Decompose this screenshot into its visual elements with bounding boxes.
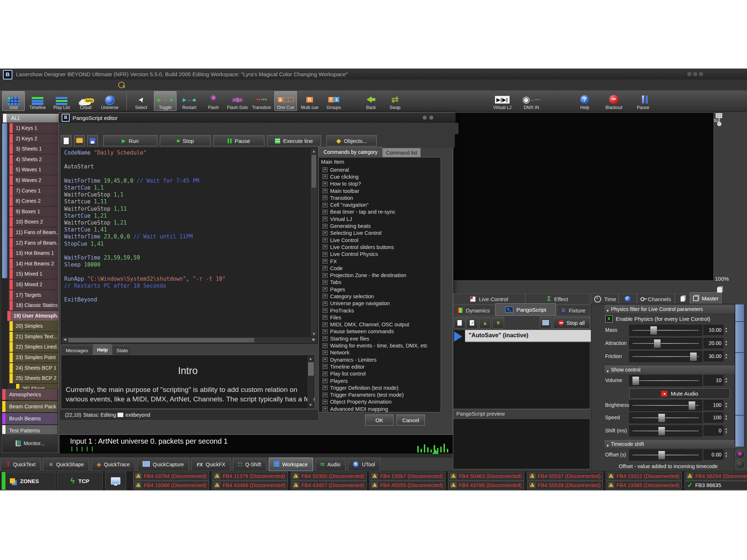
scroll-down-icon[interactable]: ▼ [307, 403, 314, 407]
language-tool-icon[interactable] [118, 82, 125, 88]
enable-physics-checkbox[interactable] [605, 315, 613, 323]
tab-help[interactable]: Help [93, 344, 112, 355]
script-slot-autosave[interactable]: "AutoSave" (inactive) [465, 330, 593, 342]
brightness-spinner[interactable] [723, 400, 730, 410]
expand-plus-icon[interactable] [323, 182, 328, 186]
command-tree-item[interactable]: Pages [323, 286, 427, 293]
pause-button[interactable]: Pause [213, 135, 264, 146]
slider-thumb[interactable] [650, 326, 657, 335]
command-tree-item[interactable]: Network [323, 349, 427, 356]
mute-audio-button[interactable]: Mute Audio [629, 388, 730, 399]
attraction-spinner[interactable] [723, 338, 730, 348]
toolbar-button[interactable]: beta Cloud [74, 91, 97, 111]
tab-time[interactable]: Time [592, 293, 619, 304]
tab-live-control[interactable]: Live Control [453, 293, 525, 304]
scroll-down-icon[interactable]: ▼ [311, 332, 317, 336]
offset-spinner[interactable] [723, 450, 730, 460]
command-category-tree[interactable]: Main Item General Cue clicking How to st… [318, 157, 441, 412]
toolbar-button[interactable]: Restart [178, 91, 201, 111]
expand-plus-icon[interactable] [323, 195, 328, 200]
toolbar-button[interactable]: Universe [98, 91, 121, 111]
run-button[interactable]: Run [103, 135, 157, 146]
sidebar-group-button[interactable]: Beam Content Pack [2, 401, 58, 412]
bottom-tool-tab[interactable]: Audio [316, 458, 346, 471]
preview-grid-icon[interactable] [716, 113, 722, 118]
command-tree-item[interactable]: Category selection [323, 293, 427, 300]
close-button[interactable] [699, 72, 703, 76]
sidebar-group-button[interactable]: Brush Beams [2, 413, 58, 424]
expand-plus-icon[interactable] [323, 343, 328, 348]
expand-plus-icon[interactable] [323, 224, 328, 229]
toolbar-button[interactable]: Multi cue [298, 91, 321, 111]
command-tree-item[interactable]: Waiting for events - time, beats, DMX, e… [323, 342, 427, 349]
laser-preview-canvas[interactable] [453, 112, 714, 281]
fb4-device-cell[interactable]: FB4 45555 (Disconnected) [369, 481, 445, 490]
sidebar-cue-item[interactable]: 12) Fans of Beam.. [9, 238, 58, 248]
expand-plus-icon[interactable] [323, 336, 328, 341]
command-tree-item[interactable]: FX [323, 258, 427, 265]
sidebar-cue-item[interactable]: 17) Targets [9, 290, 58, 300]
sidebar-cue-item[interactable]: 18) Classic Statics [9, 300, 58, 310]
toolbar-button[interactable]: Groups [322, 91, 345, 111]
zones-button[interactable]: ZONES [1, 472, 55, 490]
tab-dynamics[interactable]: Dynamics [453, 305, 495, 316]
expand-panel-icon[interactable] [432, 450, 439, 454]
edit-script-button[interactable] [466, 317, 478, 328]
command-tree-item[interactable]: Virtual LJ [323, 215, 427, 222]
command-tree-item[interactable]: MIDI, DMX, Channel, OSC output [323, 321, 427, 328]
expand-plus-icon[interactable] [323, 315, 328, 320]
tab-pangoscript[interactable]: PangoScript [495, 303, 556, 316]
physics-section-header[interactable]: Physics filter for Live Control paramete… [604, 304, 740, 314]
sidebar-cue-item[interactable]: 15) Mixed 1 [9, 269, 58, 279]
expand-plus-icon[interactable] [323, 400, 328, 404]
toolbar-button[interactable]: Play List [50, 91, 73, 111]
bottom-tool-tab[interactable]: QuickShape [43, 458, 89, 471]
tab-messages[interactable]: Messages [61, 345, 93, 355]
expand-plus-icon[interactable] [323, 245, 328, 249]
sidebar-cue-item[interactable]: 2) Keys 2 [9, 134, 58, 144]
slider-thumb[interactable] [658, 451, 665, 460]
ok-button[interactable]: OK [365, 415, 394, 425]
stop-all-button[interactable]: Stop all [553, 317, 590, 328]
expand-plus-icon[interactable] [323, 280, 328, 285]
speed-slider[interactable] [629, 412, 702, 423]
shift-slider[interactable] [629, 425, 702, 436]
fb4-device-cell[interactable]: FB4 43786 (Disconnected) [448, 481, 524, 490]
editor-close-button[interactable] [429, 116, 433, 120]
tab-channels[interactable]: Channels [637, 293, 675, 304]
bottom-tool-tab[interactable]: Q-Shift [233, 458, 266, 471]
expand-plus-icon[interactable] [323, 357, 328, 362]
command-tree-item[interactable]: Transition [323, 194, 427, 201]
editor-pin-button[interactable] [423, 116, 427, 120]
expand-plus-icon[interactable] [323, 217, 328, 221]
sidebar-cue-item[interactable]: 11) Fans of Beam.. [9, 228, 58, 237]
attraction-slider[interactable] [629, 338, 702, 349]
show-control-header[interactable]: Show control [604, 365, 740, 374]
tab-commands-by-category[interactable]: Commands by category [318, 147, 383, 157]
execute-line-button[interactable]: Execute line [267, 135, 321, 146]
expand-plus-icon[interactable] [323, 301, 328, 306]
scroll-up-icon[interactable]: ▲ [311, 149, 317, 153]
command-tree-item[interactable]: Live Control [323, 237, 427, 244]
expand-plus-icon[interactable] [323, 393, 328, 397]
help-content-panel[interactable]: Intro Currently, the main purpose of "sc… [61, 355, 315, 409]
sidebar-cue-item[interactable]: 20) Simples [9, 321, 58, 331]
command-tree-item[interactable]: Beat timer - tap and re-sync [323, 209, 427, 215]
fb4-device-cell[interactable]: FB4 43466 (Disconnected) [212, 481, 288, 490]
sidebar-cue-item[interactable]: 8) Cones 2 [9, 196, 58, 206]
fb4-device-cell[interactable]: FB4 50300 (Disconnected) [291, 472, 367, 481]
slider-thumb[interactable] [654, 339, 661, 348]
sidebar-cue-item[interactable]: 23) Simples Point [9, 353, 58, 362]
expand-plus-icon[interactable] [323, 238, 328, 242]
volume-slider[interactable] [629, 375, 702, 386]
enable-physics-row[interactable]: Enable Physics (for every Live Control) [605, 315, 710, 323]
slider-thumb[interactable] [658, 413, 665, 423]
expand-plus-icon[interactable] [323, 287, 328, 292]
expand-plus-icon[interactable] [323, 167, 328, 172]
toolbar-button[interactable]: Select [130, 91, 152, 111]
minimize-button[interactable] [687, 72, 692, 76]
bottom-tool-tab[interactable]: QuickCapture [138, 458, 189, 471]
mass-slider[interactable] [629, 325, 702, 336]
sidebar-cue-item[interactable]: 13) Hot Beams 1 [9, 248, 58, 258]
expand-plus-icon[interactable] [323, 259, 328, 264]
